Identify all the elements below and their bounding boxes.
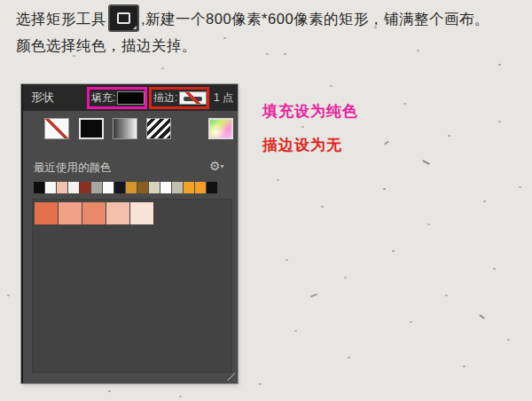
paper-fiber	[422, 160, 430, 165]
color-swatch[interactable]	[103, 182, 113, 193]
stroke-label: 描边:	[153, 90, 177, 106]
fill-annotation: 填充设为纯色	[262, 101, 358, 122]
paper-speckle-dots	[0, 0, 3, 2]
color-swatch[interactable]	[172, 182, 183, 193]
caret-down-icon: ▾	[221, 162, 224, 170]
color-swatch[interactable]	[207, 182, 217, 193]
color-picker-button[interactable]	[208, 118, 233, 139]
fill-none-button[interactable]	[44, 118, 69, 139]
fill-gradient-button[interactable]	[113, 118, 137, 139]
color-swatch[interactable]	[126, 182, 137, 193]
color-swatch[interactable]	[59, 202, 82, 224]
fill-options-panel: 形状 ∨ 填充: 描边: 1 点 最近使用的颜色 ⚙▾	[21, 84, 238, 383]
fill-label: 填充:	[91, 90, 115, 106]
rectangle-tool-icon[interactable]	[108, 4, 139, 32]
color-swatch[interactable]	[80, 182, 90, 193]
color-swatch[interactable]	[160, 182, 171, 193]
document-swatches-row	[35, 202, 153, 224]
tool-mode-label: 形状	[31, 90, 54, 106]
color-swatch[interactable]	[149, 182, 160, 193]
tool-flyout-corner-icon	[133, 26, 137, 29]
fill-highlight-box: 填充:	[87, 87, 147, 109]
color-swatch[interactable]	[57, 182, 67, 193]
color-swatch[interactable]	[91, 182, 102, 193]
color-swatch[interactable]	[68, 182, 79, 193]
paper-fiber	[384, 140, 389, 145]
stroke-color-swatch[interactable]	[179, 91, 207, 105]
color-swatch[interactable]	[114, 182, 125, 193]
recent-colors-row	[34, 182, 217, 193]
color-swatch[interactable]	[34, 182, 44, 193]
stroke-annotation: 描边设为无	[262, 135, 342, 155]
color-swatch[interactable]	[130, 202, 153, 224]
panel-settings-button[interactable]: ⚙▾	[209, 159, 224, 173]
stroke-width-value[interactable]: 1 点	[214, 84, 233, 111]
color-swatch[interactable]	[106, 202, 129, 224]
color-swatch[interactable]	[35, 202, 58, 224]
fill-solid-color-button[interactable]	[79, 118, 104, 139]
color-swatch[interactable]	[82, 202, 106, 224]
recent-colors-title: 最近使用的颜色	[34, 161, 112, 176]
instruction-text: 选择矩形工具,新建一个800像素*600像素的矩形，铺满整个画布。颜色选择纯色，…	[16, 4, 502, 59]
rectangle-glyph	[117, 12, 130, 24]
fill-color-swatch[interactable]	[117, 91, 145, 105]
fill-pattern-button[interactable]	[146, 118, 171, 139]
stroke-highlight-box: 描边:	[149, 87, 209, 109]
paper-fiber	[479, 314, 485, 319]
color-swatch[interactable]	[195, 182, 206, 193]
no-color-slash-icon	[180, 92, 206, 104]
gear-icon: ⚙	[209, 159, 221, 173]
color-swatch[interactable]	[45, 182, 56, 193]
color-swatch[interactable]	[184, 182, 194, 193]
instruction-before-icon: 选择矩形工具	[16, 11, 106, 27]
swatch-list-area	[32, 199, 232, 373]
paper-fiber	[310, 294, 317, 298]
options-bar: 形状 ∨ 填充: 描边: 1 点	[23, 84, 238, 111]
color-swatch[interactable]	[137, 182, 148, 193]
